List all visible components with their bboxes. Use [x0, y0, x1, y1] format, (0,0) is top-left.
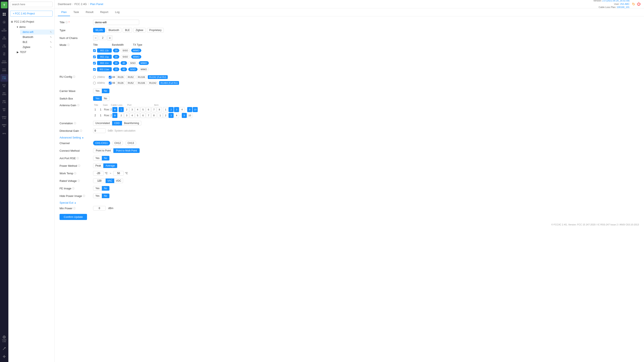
directional-gain-input[interactable] [93, 128, 106, 133]
mode-11b-bw20[interactable]: 20 [113, 49, 119, 52]
ant-r2-i1[interactable]: 1 [158, 113, 163, 118]
ru-config-help-icon[interactable]: ⓘ [73, 75, 75, 78]
sidebar-item-demo[interactable]: ▾ demo [14, 24, 54, 29]
ant-row1-gear[interactable]: ⚙ [112, 107, 118, 112]
corr-uncorrelated[interactable]: Uncorrelated [93, 121, 112, 125]
hide-power-no[interactable]: No [102, 194, 110, 198]
ru-20-ru242[interactable]: RU242 (Full RU) [148, 75, 168, 79]
ant-r1-p2[interactable]: 2 [124, 107, 129, 112]
antenna-gain-help-icon[interactable]: ⓘ [77, 104, 80, 107]
ant-r2-p8[interactable]: 8 [151, 113, 156, 118]
conn-point-to-multi[interactable]: Point to Multi Point [114, 148, 140, 153]
ant-r2-i9[interactable]: 9 [182, 113, 187, 118]
tab-result[interactable]: Result [82, 8, 97, 16]
sidebar-item-demo-wifi[interactable]: demo-wifi ✎ [20, 29, 54, 34]
sidebar-project-row[interactable]: ⊞ FCC 2.4G Project [8, 19, 54, 24]
ant-r1-i10[interactable]: 10 [193, 107, 198, 112]
ru-40-ru52[interactable]: RU52 [126, 81, 135, 85]
num-chains-increment[interactable]: + [107, 35, 112, 40]
search-input[interactable] [10, 2, 52, 7]
nav-srrc-24g[interactable]: SRRC2.4G [0, 114, 8, 121]
ru-20-ru106[interactable]: RU106 [136, 75, 146, 79]
ru-20-ru52[interactable]: RU52 [126, 75, 135, 79]
mode-11n-bw40[interactable]: 40 [120, 61, 127, 65]
ant-r1-i3[interactable]: 3 [174, 107, 179, 112]
ru-40-ru242[interactable]: RU242 [148, 81, 158, 85]
ant-r2-p4[interactable]: 4 [130, 113, 134, 118]
mode-11b-btn[interactable]: 802.11b [97, 48, 112, 52]
nav-mic-234g[interactable]: MIC234G [0, 90, 8, 98]
ru-all-20-checkbox[interactable] [109, 76, 112, 78]
mode-11g-checkbox[interactable] [93, 55, 96, 58]
channel-ch1-ch11[interactable]: CH1-CH11 [93, 141, 110, 145]
ru-40-ru26[interactable]: RU26 [116, 81, 125, 85]
mode-11b-checkbox[interactable] [93, 49, 96, 52]
type-ble-btn[interactable]: BLE [123, 28, 132, 32]
mode-11n-bw20[interactable]: 20 [113, 61, 119, 65]
nav-srrc-5g[interactable]: SRRC5G [0, 122, 8, 129]
nav-fcc-50nrf[interactable]: FCC50NRF [0, 58, 8, 66]
conn-point-to-point[interactable]: Point to Point [93, 148, 114, 153]
voltage-vdc-btn[interactable]: VDC [114, 178, 123, 183]
ant-port-rse-no[interactable]: No [102, 156, 110, 160]
nav-system-settings[interactable] [0, 353, 8, 360]
ru-40mhz-radio[interactable] [93, 82, 96, 84]
channel-ch12[interactable]: CH12 [112, 141, 123, 145]
sidebar-item-test[interactable]: ▶ TEST [14, 50, 54, 55]
mode-11n-siso[interactable]: SISO [128, 61, 138, 65]
channel-ch13[interactable]: CH13 [125, 141, 136, 145]
fe-image-no[interactable]: No [102, 186, 110, 191]
ant-r2-p5[interactable]: 5 [135, 113, 140, 118]
ant-r1-i1[interactable]: 1 [163, 107, 168, 112]
corr-beamforming[interactable]: Beamforming [122, 121, 141, 125]
switch-box-yes[interactable]: Yes [93, 96, 102, 101]
special-eut-header[interactable]: Special Eut ▲ [60, 201, 639, 204]
min-power-help-icon[interactable]: ⓘ [73, 207, 76, 210]
mode-11ax-mimo[interactable]: MIMO [139, 67, 149, 71]
ant-port-rse-help-icon[interactable]: ⓘ [76, 157, 79, 160]
work-temp-help-icon[interactable]: ⓘ [74, 172, 76, 175]
type-wlan-btn[interactable]: WLAN [93, 28, 105, 32]
ant-r2-p7[interactable]: 7 [146, 113, 151, 118]
ru-20mhz-radio[interactable] [93, 76, 96, 78]
sidebar-item-bluetooth[interactable]: Bluetooth ✎ [20, 34, 54, 39]
ant-r2-i4[interactable]: 4 [174, 113, 179, 118]
mode-11ax-btn[interactable]: 802.11ax [97, 67, 112, 71]
mode-11n-btn[interactable]: 802.11n [97, 61, 112, 65]
ant-r1-p4[interactable]: 4 [135, 107, 140, 112]
title-help-icon[interactable]: ⓘ [66, 21, 68, 24]
mode-11g-btn[interactable]: 802.11g [97, 55, 112, 59]
title-input[interactable] [93, 20, 139, 25]
nav-cable-loss[interactable]: CableLoss [0, 335, 8, 343]
fe-image-yes[interactable]: Yes [93, 186, 102, 191]
nav-settings[interactable] [0, 18, 8, 26]
nav-ce-24g[interactable]: CE2.4G [0, 42, 8, 50]
nav-fcc-5g[interactable]: FCC5G [0, 82, 8, 90]
breadcrumb-dashboard[interactable]: Dashboard [58, 2, 71, 6]
mode-11b-siso[interactable]: SISO [120, 49, 130, 52]
directional-gain-help-icon[interactable]: ⓘ [80, 129, 82, 132]
nav-fcc-24g[interactable]: FCC2.4G [0, 74, 8, 82]
sidebar-item-zigbee[interactable]: Zigbee ✎ [20, 45, 54, 50]
mode-11ax-bw40[interactable]: 40 [120, 67, 127, 71]
ant-r1-p3[interactable]: 3 [130, 107, 134, 112]
ant-r2-i3[interactable]: 3 [168, 113, 174, 118]
type-zigbee-btn[interactable]: Zigbee [133, 28, 146, 32]
mode-11ax-checkbox[interactable] [93, 68, 96, 71]
tab-log[interactable]: Log [112, 8, 123, 16]
breadcrumb-fcc24g[interactable]: FCC 2.4G [74, 2, 87, 6]
mode-11n-mimo[interactable]: MIMO [139, 61, 149, 65]
nav-mic-5g[interactable]: MIC5G [0, 106, 8, 113]
sidebar-item-ble[interactable]: BLE ✎ [20, 39, 54, 45]
ant-r1-p6[interactable]: 6 [146, 107, 151, 112]
ant-r2-i2[interactable]: 2 [163, 113, 168, 118]
ant-r1-i9[interactable]: 9 [187, 107, 192, 112]
voltage-vac-btn[interactable]: VAC [106, 178, 114, 183]
ant-r2-i10[interactable]: 10 [187, 113, 192, 118]
num-chains-decrement[interactable]: − [93, 35, 98, 40]
work-temp-min-input[interactable] [93, 171, 104, 176]
mode-11ax-siso[interactable]: SISO [128, 67, 138, 71]
nav-ce-50nrf[interactable]: CE50NRF [0, 26, 8, 34]
nav-fcc-234g[interactable]: FCC234G [0, 66, 8, 74]
min-power-input[interactable] [93, 206, 106, 211]
